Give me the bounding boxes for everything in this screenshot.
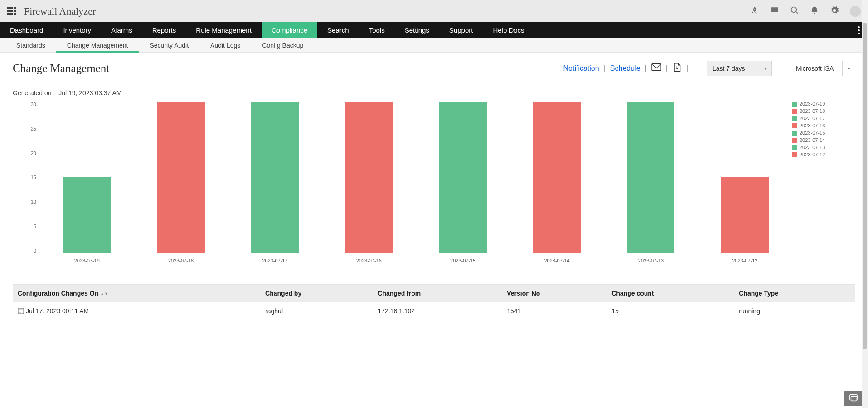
subnav-standards[interactable]: Standards <box>5 38 56 52</box>
cell-date: Jul 17, 2023 00:11 AM <box>13 302 261 320</box>
device-dropdown[interactable]: Microsoft ISA <box>790 61 855 76</box>
bell-icon[interactable] <box>810 6 819 16</box>
mail-icon[interactable] <box>651 63 661 74</box>
table-header[interactable]: Configuration Changes On▲▼ <box>13 285 261 302</box>
bar[interactable] <box>721 177 769 253</box>
pdf-export-icon[interactable] <box>672 63 682 74</box>
report-icon[interactable] <box>18 307 24 315</box>
subnav-security-audit[interactable]: Security Audit <box>139 38 199 52</box>
legend-swatch <box>792 138 797 143</box>
legend-item[interactable]: 2023-07-12 <box>792 152 855 157</box>
mainnav-compliance[interactable]: Compliance <box>262 22 317 38</box>
mainnav-support[interactable]: Support <box>439 22 483 38</box>
legend-swatch <box>792 131 797 136</box>
cell-version: 1541 <box>502 302 607 320</box>
user-avatar[interactable] <box>850 6 861 17</box>
bar-chart: 302520151050 2023-07-192023-07-182023-07… <box>13 99 792 267</box>
mainnav-inventory[interactable]: Inventory <box>53 22 101 38</box>
vertical-scrollbar[interactable] <box>862 0 868 328</box>
presentation-icon[interactable] <box>770 6 779 16</box>
y-tick: 25 <box>31 126 36 131</box>
legend-item[interactable]: 2023-07-19 <box>792 101 855 107</box>
app-title: Firewall Analyzer <box>24 5 96 17</box>
bar[interactable] <box>439 102 487 253</box>
cell-type: running <box>734 302 855 320</box>
table-row[interactable]: Jul 17, 2023 00:11 AMraghul172.16.1.1021… <box>13 302 855 320</box>
sub-nav: StandardsChange ManagementSecurity Audit… <box>0 38 868 53</box>
subnav-change-management[interactable]: Change Management <box>56 38 139 52</box>
legend-item[interactable]: 2023-07-14 <box>792 137 855 143</box>
svg-point-2 <box>858 33 860 34</box>
subnav-config-backup[interactable]: Config Backup <box>251 38 314 52</box>
cell-by: raghul <box>261 302 373 320</box>
mainnav-reports[interactable]: Reports <box>142 22 186 38</box>
apps-grid-icon[interactable] <box>7 7 16 15</box>
legend-label: 2023-07-17 <box>800 116 825 121</box>
mainnav-settings[interactable]: Settings <box>395 22 439 38</box>
main-nav: DashboardInventoryAlarmsReportsRule Mana… <box>0 22 868 38</box>
y-tick: 0 <box>34 248 36 253</box>
x-tick: 2023-07-17 <box>251 255 299 267</box>
legend-swatch <box>792 116 797 121</box>
y-tick: 5 <box>34 223 36 229</box>
legend-label: 2023-07-18 <box>800 108 825 114</box>
table-header[interactable]: Changed by <box>261 285 373 302</box>
legend-label: 2023-07-16 <box>800 123 825 128</box>
legend-item[interactable]: 2023-07-15 <box>792 130 855 136</box>
svg-point-0 <box>858 26 860 28</box>
y-tick: 10 <box>31 199 36 204</box>
rocket-icon[interactable] <box>750 6 759 16</box>
time-range-value: Last 7 days <box>713 65 745 72</box>
legend-swatch <box>792 109 797 114</box>
subnav-audit-logs[interactable]: Audit Logs <box>199 38 251 52</box>
y-tick: 30 <box>31 102 36 107</box>
legend-label: 2023-07-15 <box>800 130 825 136</box>
bar[interactable] <box>533 102 581 253</box>
legend-item[interactable]: 2023-07-16 <box>792 123 855 128</box>
table-header[interactable]: Version No <box>502 285 607 302</box>
mainnav-alarms[interactable]: Alarms <box>101 22 142 38</box>
cell-from: 172.16.1.102 <box>373 302 502 320</box>
changes-table: Configuration Changes On▲▼Changed byChan… <box>13 284 855 320</box>
notification-link[interactable]: Notification <box>563 64 599 73</box>
x-tick: 2023-07-15 <box>439 255 487 267</box>
x-tick: 2023-07-14 <box>533 255 581 267</box>
cell-count: 15 <box>607 302 734 320</box>
x-tick: 2023-07-12 <box>721 255 769 267</box>
bar[interactable] <box>345 102 393 253</box>
bar[interactable] <box>63 177 111 253</box>
legend-item[interactable]: 2023-07-17 <box>792 116 855 121</box>
time-range-dropdown[interactable]: Last 7 days <box>707 61 772 76</box>
legend-label: 2023-07-12 <box>800 152 825 157</box>
topbar: Firewall Analyzer <box>0 0 868 22</box>
generated-timestamp: Generated on : Jul 19, 2023 03:37 AM <box>13 89 855 97</box>
x-tick: 2023-07-16 <box>345 255 393 267</box>
table-header[interactable]: Change count <box>607 285 734 302</box>
bar[interactable] <box>157 102 205 253</box>
table-header[interactable]: Changed from <box>373 285 502 302</box>
mainnav-rule-management[interactable]: Rule Management <box>186 22 262 38</box>
schedule-link[interactable]: Schedule <box>610 64 640 73</box>
legend-swatch <box>792 145 797 150</box>
chart-legend: 2023-07-192023-07-182023-07-172023-07-16… <box>792 99 855 267</box>
mainnav-search[interactable]: Search <box>317 22 359 38</box>
legend-item[interactable]: 2023-07-18 <box>792 108 855 114</box>
y-tick: 15 <box>31 175 36 180</box>
legend-swatch <box>792 152 797 157</box>
x-tick: 2023-07-19 <box>63 255 111 267</box>
mainnav-dashboard[interactable]: Dashboard <box>0 22 53 38</box>
page-title: Change Management <box>13 62 109 75</box>
bar[interactable] <box>627 102 674 253</box>
bar[interactable] <box>251 102 299 253</box>
table-header[interactable]: Change Type <box>734 285 855 302</box>
search-icon[interactable] <box>790 6 799 16</box>
gear-icon[interactable] <box>830 6 839 16</box>
mainnav-tools[interactable]: Tools <box>359 22 395 38</box>
legend-item[interactable]: 2023-07-13 <box>792 145 855 150</box>
legend-label: 2023-07-13 <box>800 145 825 150</box>
legend-label: 2023-07-19 <box>800 101 825 107</box>
mainnav-help-docs[interactable]: Help Docs <box>483 22 534 38</box>
device-value: Microsoft ISA <box>796 65 834 72</box>
page-header: Change Management Notification | Schedul… <box>13 61 855 83</box>
topbar-actions <box>750 6 861 17</box>
